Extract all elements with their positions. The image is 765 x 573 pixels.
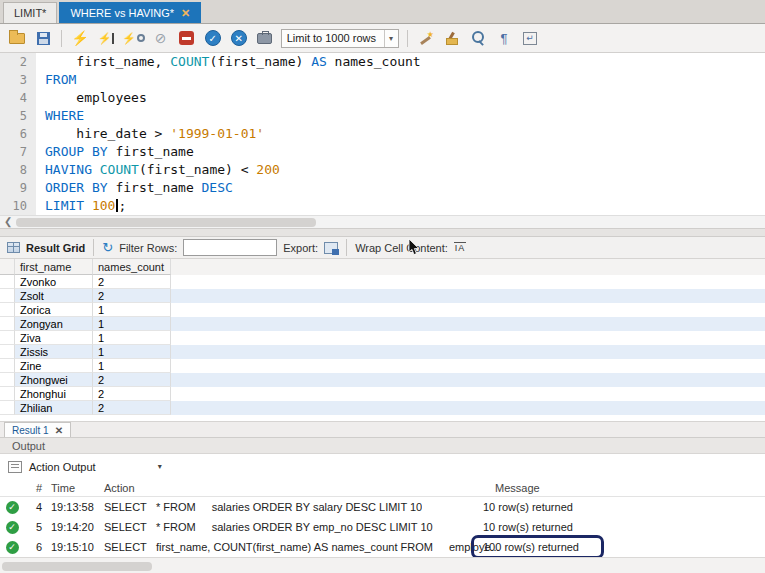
code-line[interactable]: 9ORDER BY first_name DESC <box>0 179 765 197</box>
wrap-text-toggle[interactable]: ↵ <box>520 28 540 48</box>
cell-first-name[interactable]: Ziva <box>15 331 93 345</box>
code-text[interactable]: LIMIT 100; <box>36 197 126 215</box>
code-line[interactable]: 4 employees <box>0 89 765 107</box>
table-row[interactable]: Zsolt2 <box>0 289 765 303</box>
result-tab-close-icon[interactable]: ✕ <box>55 425 63 436</box>
wrap-cell-content-toggle[interactable]: IA <box>454 242 467 253</box>
table-row[interactable]: Zorica1 <box>0 303 765 317</box>
result-1-tab[interactable]: Result 1 ✕ <box>4 422 71 437</box>
code-text[interactable]: WHERE <box>36 107 84 125</box>
tab-close-icon[interactable]: ✕ <box>181 8 190 19</box>
stop-on-error-toggle[interactable] <box>177 28 197 48</box>
stop-query-button[interactable]: ⊘ <box>151 28 171 48</box>
code-segment: 200 <box>256 162 279 177</box>
code-text[interactable]: FROM <box>36 71 76 89</box>
cell-names-count[interactable]: 2 <box>93 373 171 387</box>
cell-names-count[interactable]: 1 <box>93 331 171 345</box>
cell-first-name[interactable]: Zhongwei <box>15 373 93 387</box>
code-line[interactable]: 7GROUP BY first_name <box>0 143 765 161</box>
magnifier-ring-icon <box>137 34 145 42</box>
code-text[interactable]: HAVING COUNT(first_name) < 200 <box>36 161 280 179</box>
output-panel-icon <box>8 461 22 473</box>
scroll-left-icon[interactable]: ❮ <box>0 217 16 227</box>
code-line[interactable]: 2 first_name, COUNT(first_name) AS names… <box>0 53 765 71</box>
code-line[interactable]: 6 hire_date > '1999-01-01' <box>0 125 765 143</box>
table-row[interactable]: Zhilian2 <box>0 401 765 415</box>
table-row[interactable]: Ziva1 <box>0 331 765 345</box>
table-row[interactable]: Zine1 <box>0 359 765 373</box>
bottom-scrollbar-thumb[interactable] <box>2 562 152 571</box>
action-detail-cell: * FROM <box>152 501 196 513</box>
hscroll-thumb[interactable] <box>16 218 316 227</box>
output-row[interactable]: ✓419:13:58SELECT* FROMsalaries ORDER BY … <box>0 497 765 517</box>
cell-first-name[interactable]: Zine <box>15 359 93 373</box>
cell-names-count[interactable]: 1 <box>93 317 171 331</box>
cleanup-button[interactable] <box>442 28 462 48</box>
cell-names-count[interactable]: 1 <box>93 303 171 317</box>
code-text[interactable]: GROUP BY first_name <box>36 143 194 161</box>
cell-names-count[interactable]: 2 <box>93 275 171 289</box>
code-line[interactable]: 10LIMIT 100; <box>0 197 765 215</box>
table-row[interactable]: Zongyan1 <box>0 317 765 331</box>
table-row[interactable]: Zvonko2 <box>0 275 765 289</box>
header-time-col: Time <box>42 482 100 494</box>
filter-rows-input[interactable] <box>183 239 277 256</box>
mysql-workbench-window: LIMIT* WHERE vs HAVING* ✕ ⚡ ⚡ ⚡ ⊘ ✓ ✕ Li… <box>0 0 765 573</box>
code-line[interactable]: 3FROM <box>0 71 765 89</box>
code-text[interactable]: hire_date > '1999-01-01' <box>36 125 264 143</box>
explain-statement-button[interactable]: ⚡ <box>122 28 145 48</box>
cell-first-name[interactable]: Zissis <box>15 345 93 359</box>
code-text[interactable]: first_name, COUNT(first_name) AS names_c… <box>36 53 421 71</box>
line-number: 9 <box>0 179 36 197</box>
code-line[interactable]: 5WHERE <box>0 107 765 125</box>
table-row[interactable]: Zhongwei2 <box>0 373 765 387</box>
table-row[interactable]: Zhonghui2 <box>0 387 765 401</box>
sql-editor[interactable]: 2 first_name, COUNT(first_name) AS names… <box>0 53 765 215</box>
tab-where-vs-having[interactable]: WHERE vs HAVING* ✕ <box>59 2 201 23</box>
find-button[interactable] <box>468 28 488 48</box>
rollback-button[interactable]: ✕ <box>229 28 249 48</box>
row-gutter <box>0 331 15 345</box>
code-line[interactable]: 8HAVING COUNT(first_name) < 200 <box>0 161 765 179</box>
tab-limit[interactable]: LIMIT* <box>3 2 57 23</box>
table-row[interactable]: Zissis1 <box>0 345 765 359</box>
cell-first-name[interactable]: Zsolt <box>15 289 93 303</box>
grid-column-names-count[interactable]: names_count <box>93 259 171 275</box>
code-text[interactable]: employees <box>36 89 147 107</box>
row-gutter <box>0 401 15 415</box>
invisible-chars-toggle[interactable]: ¶ <box>494 28 514 48</box>
autocommit-toggle[interactable] <box>255 28 275 48</box>
cell-first-name[interactable]: Zvonko <box>15 275 93 289</box>
action-output-dropdown[interactable]: Action Output <box>29 461 96 473</box>
code-text[interactable]: ORDER BY first_name DESC <box>36 179 233 197</box>
execute-script-button[interactable]: ⚡ <box>70 28 90 48</box>
cell-names-count[interactable]: 1 <box>93 359 171 373</box>
cell-names-count[interactable]: 2 <box>93 387 171 401</box>
cell-names-count[interactable]: 2 <box>93 289 171 303</box>
cell-first-name[interactable]: Zorica <box>15 303 93 317</box>
export-icon[interactable] <box>324 242 338 254</box>
cell-names-count[interactable]: 1 <box>93 345 171 359</box>
execute-statement-button[interactable]: ⚡ <box>96 28 116 48</box>
save-script-button[interactable] <box>33 28 53 48</box>
message-cell: 100 row(s) returned <box>483 541 579 553</box>
commit-button[interactable]: ✓ <box>203 28 223 48</box>
sql-toolbar: ⚡ ⚡ ⚡ ⊘ ✓ ✕ Limit to 1000 rows ▾ ¶ ↵ <box>0 24 765 53</box>
cell-first-name[interactable]: Zhilian <box>15 401 93 415</box>
beautify-button[interactable] <box>416 28 436 48</box>
row-limit-dropdown[interactable]: Limit to 1000 rows ▾ <box>281 29 399 48</box>
output-row[interactable]: ✓619:15:10SELECTfirst_name, COUNT(first_… <box>0 537 765 557</box>
bottom-scrollbar[interactable] <box>0 557 765 573</box>
editor-hscrollbar[interactable]: ❮ <box>0 215 765 228</box>
grid-column-first-name[interactable]: first_name <box>15 259 93 275</box>
chevron-down-icon[interactable]: ▾ <box>158 462 162 471</box>
code-segment <box>84 198 92 213</box>
pane-splitter[interactable] <box>0 228 765 237</box>
cell-names-count[interactable]: 2 <box>93 401 171 415</box>
output-row[interactable]: ✓519:14:20SELECT* FROMsalaries ORDER BY … <box>0 517 765 537</box>
hscroll-track[interactable] <box>16 218 765 227</box>
cell-first-name[interactable]: Zongyan <box>15 317 93 331</box>
refresh-icon[interactable]: ↻ <box>102 241 113 254</box>
cell-first-name[interactable]: Zhonghui <box>15 387 93 401</box>
open-script-button[interactable] <box>7 28 27 48</box>
